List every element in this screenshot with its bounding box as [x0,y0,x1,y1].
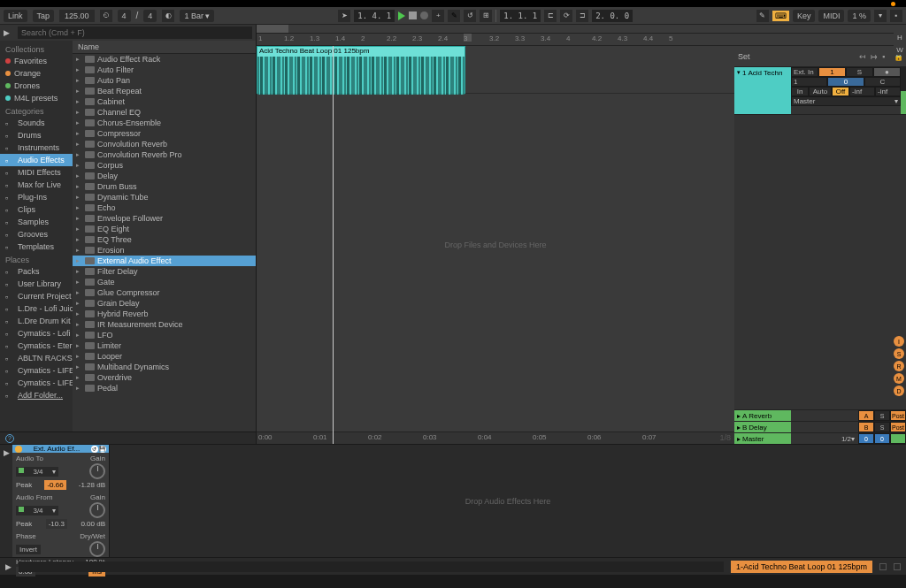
browser-list-item[interactable]: ▸Convolution Reverb Pro [73,149,256,160]
expand-icon[interactable]: ▸ [76,204,82,211]
expand-icon[interactable]: ▸ [76,236,82,243]
expand-icon[interactable]: ▸ [76,56,82,63]
browser-list-item[interactable]: ▸Echo [73,202,256,213]
midi-map-button[interactable]: MIDI [818,10,844,22]
expand-icon[interactable]: ▸ [76,257,82,264]
expand-icon[interactable]: ▸ [76,279,82,286]
return-a-post[interactable]: Post [890,410,906,421]
solo-button[interactable]: S [846,67,873,77]
category-item[interactable]: ▫Audio Effects [0,154,73,166]
expand-icon[interactable]: ▸ [76,215,82,222]
expand-icon[interactable]: ▸ [76,321,82,328]
punch-in-icon[interactable]: ⊏ [544,10,557,22]
return-a-solo[interactable]: S [874,410,890,421]
expand-icon[interactable]: ▸ [76,353,82,360]
expand-icon[interactable]: ▸ [76,289,82,296]
place-item[interactable]: ▫ABLTN RACKS [0,352,73,364]
loop-length[interactable]: 2. 0. 0 [592,10,633,22]
audio-to-dest[interactable]: Master▾ [791,96,901,106]
link-button[interactable]: Link [4,10,27,22]
return-b-post[interactable]: Post [890,422,906,432]
return-track-a[interactable]: ▸A Reverb A S Post [734,409,906,421]
track-row[interactable]: Acid Techno Beat Loop 01 125bpm [257,46,734,94]
key-map-button[interactable]: Key [793,10,816,22]
arrangement-position[interactable]: 1. 4. 1 [354,10,395,22]
collection-item[interactable]: Favorites [0,55,73,67]
time-ruler[interactable]: 1/8 0:000:010:020:030:040:050:060:07 [257,431,734,444]
track-fold-icon[interactable]: ▾ [737,69,741,76]
browser-list-item[interactable]: ▸Convolution Reverb [73,139,256,149]
external-audio-effect-device[interactable]: Ext. Audio Ef... ↺ 💾 Audio To Gain 3/4▾ … [12,445,110,557]
category-item[interactable]: ▫Templates [0,241,73,253]
expand-icon[interactable]: ▸ [76,151,82,158]
place-item[interactable]: ▫L.Dre - Lofi Juice S [0,302,73,315]
return-b-activator[interactable]: B [858,422,874,432]
tap-button[interactable]: Tap [33,10,55,22]
show-io-button[interactable]: I [894,336,904,347]
phase-invert-button[interactable]: Invert [16,545,41,554]
place-item[interactable]: ▫Cymatics - Lofi To [0,327,73,340]
show-delay-button[interactable]: D [894,386,904,396]
category-item[interactable]: ▫Max for Live [0,179,73,191]
place-item[interactable]: ▫User Library [0,278,73,290]
track-vol[interactable]: -inf [849,87,875,96]
audio-from-type[interactable]: Ext. In [791,67,818,77]
place-item[interactable]: ▫Packs [0,265,73,278]
drywet-knob[interactable] [89,541,105,557]
peak-to-value[interactable]: -0.66 [44,480,65,490]
collection-item[interactable]: Orange [0,67,73,80]
device-save-icon[interactable]: 💾 [99,446,106,453]
timesig-numerator[interactable]: 4 [118,10,131,22]
browser-content-list[interactable]: Name ▸Audio Effect Rack▸Auto Filter▸Auto… [73,41,256,431]
place-item[interactable]: ▫Cymatics - LIFE Ar [0,364,73,377]
browser-list-item[interactable]: ▸Pedal [73,383,256,393]
beat-ruler[interactable]: 11.21.31.422.22.32.433.23.33.444.24.34.4… [257,34,906,46]
category-item[interactable]: ▫Samples [0,216,73,228]
browser-list-item[interactable]: ▸Hybrid Reverb [73,309,256,319]
browser-list-item[interactable]: ▸Delay [73,171,256,181]
expand-icon[interactable]: ▸ [76,247,82,254]
show-returns-button[interactable]: R [894,361,904,371]
place-item[interactable]: ▫Cymatics - Eterni [0,340,73,352]
collection-item[interactable]: M4L presets [0,92,73,104]
browser-list-item[interactable]: ▸Multiband Dynamics [73,362,256,372]
device-title-bar[interactable]: Ext. Audio Ef... ↺ 💾 [12,445,109,453]
browser-list-item[interactable]: ▸Filter Delay [73,266,256,277]
show-mixer-button[interactable]: M [894,373,904,384]
category-item[interactable]: ▫Plug-Ins [0,191,73,203]
device-hot-swap-icon[interactable]: ↺ [91,446,98,453]
expand-icon[interactable]: ▸ [76,310,82,317]
browser-list-item[interactable]: ▸Auto Filter [73,65,256,75]
overview-timeline[interactable] [257,25,906,34]
quantize-menu[interactable]: 1 Bar ▾ [180,10,214,22]
draw-mode-icon[interactable]: ✎ [756,10,769,22]
browser-list-item[interactable]: ▸LFO [73,330,256,340]
loop-icon[interactable]: ⟳ [560,10,572,22]
follow-icon[interactable]: ➤ [338,10,350,22]
show-sends-button[interactable]: S [894,348,904,359]
expand-icon[interactable]: ▸ [76,172,82,179]
info-icon[interactable]: ? [5,434,14,443]
expand-icon[interactable]: ▸ [76,363,82,370]
category-item[interactable]: ▫Instruments [0,141,73,154]
monitor-in[interactable]: In [791,87,809,96]
browser-list-item[interactable]: ▸EQ Eight [73,224,256,234]
browser-list-item[interactable]: ▸Drum Buss [73,181,256,192]
master-track[interactable]: ▸Master 1/2 ▾ 0 0 [734,432,906,444]
place-item[interactable]: ▫Cymatics - LIFE Ar [0,377,73,389]
detail-expand-icon[interactable]: ▶ [5,562,12,571]
expand-icon[interactable]: ▸ [76,374,82,381]
clip-title[interactable]: Acid Techno Beat Loop 01 125bpm [257,47,465,57]
overdub-icon[interactable]: + [432,10,444,22]
browser-list-item[interactable]: ▸Envelope Follower [73,213,256,224]
peak-from-value[interactable]: -10.3 [46,519,67,529]
return-b-solo[interactable]: S [874,422,890,432]
tempo-field[interactable]: 125.00 [59,10,95,22]
track-name-cell[interactable]: ▾ 1 Acid Techn [734,67,791,114]
expand-icon[interactable]: ▸ [76,77,82,84]
browser-list-item[interactable]: ▸Overdrive [73,372,256,383]
master-vol[interactable]: 0 [874,433,890,444]
expand-icon[interactable]: ▸ [76,268,82,275]
browser-list-item[interactable]: ▸Cabinet [73,96,256,107]
gain-to-knob[interactable] [89,463,105,479]
